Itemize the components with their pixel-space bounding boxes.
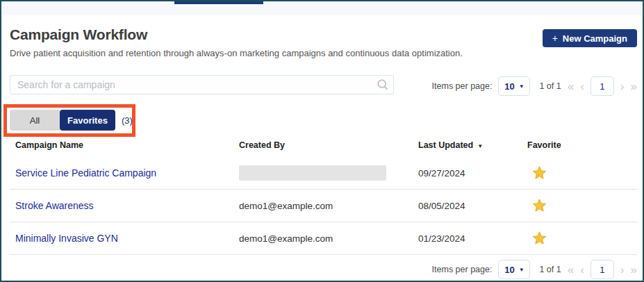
page-header: Campaign Workflow Drive patient acquisit… xyxy=(10,26,463,58)
campaigns-table: Campaign Name Created By Last Updated▼ F… xyxy=(10,138,637,255)
search-input[interactable] xyxy=(10,75,394,94)
created-by-value: demo1@example.com xyxy=(239,233,418,244)
search-icon xyxy=(377,78,389,91)
prev-page-button[interactable]: ‹ xyxy=(580,81,584,92)
last-page-button[interactable]: » xyxy=(631,264,637,276)
current-page-input[interactable] xyxy=(591,260,614,279)
items-per-page-value: 10 xyxy=(504,81,514,92)
campaign-link[interactable]: Minimally Invasive GYN xyxy=(15,233,118,244)
favorite-star-icon[interactable] xyxy=(531,231,547,246)
campaign-link[interactable]: Stroke Awareness xyxy=(15,200,94,211)
items-per-page-value: 10 xyxy=(504,265,514,275)
last-updated-value: 08/05/2024 xyxy=(418,201,527,211)
new-campaign-label: New Campaign xyxy=(563,33,627,44)
favorite-star-icon[interactable] xyxy=(531,165,547,181)
tab-all[interactable]: All xyxy=(10,110,60,131)
page-subtitle: Drive patient acquisition and retention … xyxy=(10,48,463,58)
top-tab-fragment xyxy=(174,1,263,4)
chevron-down-icon: ▼ xyxy=(519,83,525,90)
column-header-campaign-name: Campaign Name xyxy=(10,138,239,150)
campaign-workflow-page: Campaign Workflow Drive patient acquisit… xyxy=(0,0,644,282)
favorites-count: (3) xyxy=(122,115,133,126)
items-per-page-select[interactable]: 10 ▼ xyxy=(498,76,530,96)
items-per-page-select[interactable]: 10 ▼ xyxy=(498,260,530,279)
last-updated-value: 09/27/2024 xyxy=(418,168,527,179)
new-campaign-button[interactable]: + New Campaign xyxy=(543,29,637,47)
next-page-button[interactable]: › xyxy=(620,81,625,92)
campaign-link[interactable]: Service Line Pediatric Campaign xyxy=(15,167,156,179)
items-per-page-label: Items per page: xyxy=(432,81,493,91)
plus-icon: + xyxy=(552,33,558,44)
table-header-row: Campaign Name Created By Last Updated▼ F… xyxy=(10,138,637,157)
prev-page-button[interactable]: ‹ xyxy=(580,264,584,276)
page-title: Campaign Workflow xyxy=(10,26,463,43)
column-header-last-updated[interactable]: Last Updated▼ xyxy=(418,138,527,150)
page-info: 1 of 1 xyxy=(539,265,561,274)
sort-descending-icon: ▼ xyxy=(477,143,483,149)
table-row: Stroke Awareness demo1@example.com 08/05… xyxy=(10,190,637,222)
pagination-top: Items per page: 10 ▼ 1 of 1 « ‹ › » xyxy=(432,76,637,96)
tab-group: All Favorites xyxy=(10,110,115,131)
column-header-created-by: Created By xyxy=(239,138,418,150)
redacted-created-by xyxy=(239,165,386,181)
page-info: 1 of 1 xyxy=(539,81,561,91)
current-page-input[interactable] xyxy=(591,76,614,96)
last-updated-value: 01/23/2024 xyxy=(418,233,527,244)
favorite-star-icon[interactable] xyxy=(531,198,547,213)
table-row: Service Line Pediatric Campaign 09/27/20… xyxy=(10,157,637,190)
search-bar xyxy=(10,75,394,94)
tab-favorites[interactable]: Favorites xyxy=(60,110,115,131)
column-header-favorite: Favorite xyxy=(527,138,637,150)
top-strip xyxy=(1,1,643,15)
first-page-button[interactable]: « xyxy=(568,81,574,92)
last-page-button[interactable]: » xyxy=(631,81,637,92)
items-per-page-label: Items per page: xyxy=(432,265,493,274)
chevron-down-icon: ▼ xyxy=(519,267,525,273)
filter-tabs: All Favorites (3) xyxy=(10,110,133,131)
pagination-bottom: Items per page: 10 ▼ 1 of 1 « ‹ › » xyxy=(432,260,637,279)
created-by-value: demo1@example.com xyxy=(239,201,418,211)
table-row: Minimally Invasive GYN demo1@example.com… xyxy=(10,222,637,255)
next-page-button[interactable]: › xyxy=(620,264,625,276)
first-page-button[interactable]: « xyxy=(568,264,574,276)
